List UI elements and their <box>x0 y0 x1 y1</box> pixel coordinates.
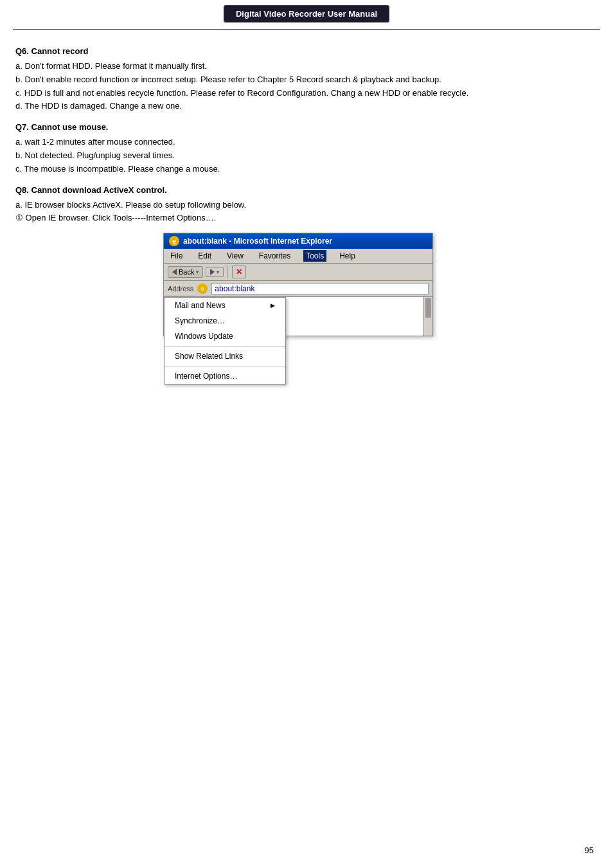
header-banner: Digital Video Recorder User Manual <box>0 0 613 29</box>
section-q6-title: Q6. Cannot record <box>15 46 598 56</box>
ie-tools-show-related-links-label: Show Related Links <box>175 352 243 361</box>
ie-tools-internet-options-label: Internet Options… <box>175 372 237 381</box>
ie-addressbar: Address e about:blank <box>164 281 432 297</box>
dropdown-divider-1 <box>164 346 285 347</box>
section-q6-item-c: c. HDD is full and not enables recycle f… <box>15 87 598 100</box>
ie-titlebar: e about:blank - Microsoft Internet Explo… <box>164 233 432 249</box>
dropdown-divider-2 <box>164 366 285 366</box>
ie-toolbar: Back ▾ ▾ ✕ <box>164 264 432 281</box>
header-title: Digital Video Recorder User Manual <box>224 5 389 23</box>
forward-arrow-icon <box>210 269 215 275</box>
ie-menu-view[interactable]: View <box>224 250 246 262</box>
section-q6-item-d: d. The HDD is damaged. Change a new one. <box>15 100 598 113</box>
ie-body: Mail and News Synchronize… Windows Updat… <box>164 297 432 336</box>
address-input[interactable]: about:blank <box>211 283 429 294</box>
ie-body-main: Mail and News Synchronize… Windows Updat… <box>164 297 423 336</box>
ie-stop-button[interactable]: ✕ <box>232 266 246 278</box>
ie-menu-tools[interactable]: Tools <box>303 250 326 262</box>
section-q8-item-a: a. IE browser blocks ActiveX. Please do … <box>15 199 598 212</box>
ie-tools-show-related-links[interactable]: Show Related Links <box>164 348 285 364</box>
section-q7-item-a: a. wait 1-2 minutes after mouse connecte… <box>15 136 598 149</box>
ie-menu-edit[interactable]: Edit <box>195 250 214 262</box>
back-label: Back <box>179 268 194 276</box>
section-q7-title: Q7. Cannot use mouse. <box>15 122 598 132</box>
ie-forward-button[interactable]: ▾ <box>206 267 224 277</box>
ie-menu-file[interactable]: File <box>168 250 185 262</box>
section-q8-title: Q8. Cannot download ActiveX control. <box>15 185 598 195</box>
section-q7: Q7. Cannot use mouse. a. wait 1-2 minute… <box>15 122 598 176</box>
section-q8-item-circle1: ① Open IE browser. Click Tools-----Inter… <box>15 212 598 225</box>
ie-app-icon: e <box>169 236 179 246</box>
ie-tools-synchronize[interactable]: Synchronize… <box>164 313 285 329</box>
ie-menu-help[interactable]: Help <box>337 250 358 262</box>
section-q8: Q8. Cannot download ActiveX control. a. … <box>15 185 598 226</box>
forward-chevron-icon: ▾ <box>217 269 219 275</box>
ie-tools-internet-options[interactable]: Internet Options… <box>164 368 285 384</box>
toolbar-separator <box>227 266 228 278</box>
ie-tools-synchronize-label: Synchronize… <box>175 316 225 325</box>
ie-tools-windows-update[interactable]: Windows Update <box>164 329 285 344</box>
section-q6-item-b: b. Don't enable record function or incor… <box>15 73 598 87</box>
ie-titlebar-text: about:blank - Microsoft Internet Explore… <box>183 237 332 246</box>
ie-menu-favorites[interactable]: Favorites <box>256 250 293 262</box>
section-q6-item-a: a. Don't format HDD. Please format it ma… <box>15 60 598 73</box>
back-chevron-icon: ▾ <box>196 269 199 275</box>
ie-tools-mail-news-label: Mail and News <box>175 301 226 310</box>
ie-back-button[interactable]: Back ▾ <box>168 266 203 278</box>
ie-tools-windows-update-label: Windows Update <box>175 332 233 341</box>
ie-tools-mail-news[interactable]: Mail and News <box>164 298 285 313</box>
section-q6: Q6. Cannot record a. Don't format HDD. P… <box>15 46 598 113</box>
ie-tools-dropdown-menu: Mail and News Synchronize… Windows Updat… <box>164 297 286 384</box>
page-number: 95 <box>585 845 594 855</box>
section-q7-item-c: c. The mouse is incompatible. Please cha… <box>15 163 598 176</box>
address-label: Address <box>168 285 193 293</box>
main-content: Q6. Cannot record a. Don't format HDD. P… <box>0 30 613 344</box>
address-bar-icon: e <box>197 284 208 294</box>
section-q7-item-b: b. Not detected. Plug/unplug several tim… <box>15 149 598 163</box>
ie-menubar: File Edit View Favorites Tools Help <box>164 249 432 264</box>
ie-scrollbar-thumb <box>425 298 431 318</box>
back-arrow-icon <box>172 269 177 275</box>
ie-scrollbar <box>423 297 432 336</box>
ie-browser-mockup: e about:blank - Microsoft Internet Explo… <box>163 233 433 336</box>
